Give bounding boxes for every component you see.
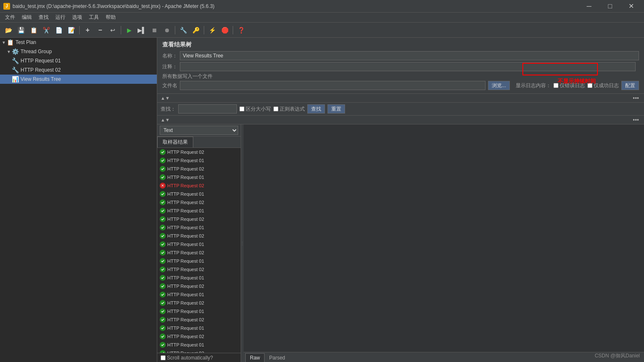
request-item[interactable]: ✕HTTP Request 02 [157,181,241,190]
regex-checkbox[interactable] [273,106,278,111]
toolbar-save[interactable]: 💾 [15,24,27,36]
request-item[interactable]: HTTP Request 02 [157,349,241,353]
request-item[interactable]: HTTP Request 02 [157,232,241,240]
request-item[interactable]: HTTP Request 02 [157,165,241,173]
window-title: baidu_test.jmx (D:\apache-jmeter-5.6.3\w… [13,3,215,9]
collapse-icon[interactable]: ▲▼ [161,96,170,101]
toolbar-run[interactable]: ▶ [123,24,135,36]
highlight-label: 不显示持续时间 [558,78,596,85]
status-ok-icon [160,208,166,214]
case-label: 区分大小写 [246,106,271,113]
main-container: ▼ 📋 Test Plan ▼ ⚙️ Thread Group 🔧 HTTP R… [0,38,644,362]
request-item[interactable]: HTTP Request 01 [157,290,241,299]
menu-file[interactable]: 文件 [2,13,18,22]
maximize-button[interactable]: □ [600,0,620,13]
sidebar-item-testplan[interactable]: ▼ 📋 Test Plan [0,38,157,47]
collapse-icon2[interactable]: ▲▼ [161,117,170,122]
sidebar-threadgroup-label: Thread Group [21,49,52,54]
tab-parsed[interactable]: Parsed [265,353,290,362]
toolbar-start-no-pause[interactable]: ▶▌ [136,24,148,36]
request-item[interactable]: HTTP Request 02 [157,299,241,307]
search-input[interactable] [178,104,237,114]
toolbar-help[interactable]: ❓ [235,24,247,36]
sampler-panel: Raw Parsed [244,124,644,362]
status-ok-icon [160,250,166,256]
request-item[interactable]: HTTP Request 01 [157,341,241,349]
request-item[interactable]: HTTP Request 01 [157,240,241,248]
toolbar-undo[interactable]: ↩ [107,24,119,36]
request-item[interactable]: HTTP Request 01 [157,257,241,265]
request-item[interactable]: HTTP Request 02 [157,148,241,156]
status-ok-icon [160,166,166,172]
request-item[interactable]: HTTP Request 02 [157,198,241,207]
minimize-button[interactable]: ─ [579,0,599,13]
menu-help[interactable]: 帮助 [102,13,119,22]
comment-input[interactable] [180,62,636,71]
request-item-label: HTTP Request 02 [167,334,204,339]
menu-options[interactable]: 选项 [69,13,86,22]
scroll-auto-checkbox[interactable] [161,355,166,360]
toolbar-remote-start[interactable]: ⚡ [206,24,218,36]
sidebar-item-http02[interactable]: 🔧 HTTP Request 02 [0,65,157,75]
request-item-label: HTTP Request 01 [167,342,204,347]
name-input[interactable] [180,51,639,60]
menu-run[interactable]: 运行 [52,13,69,22]
name-row: 名称： [162,51,639,60]
request-item[interactable]: HTTP Request 02 [157,248,241,257]
toolbar-copy[interactable]: 📄 [53,24,65,36]
request-item[interactable]: HTTP Request 01 [157,307,241,315]
sidebar-item-http01[interactable]: 🔧 HTTP Request 01 [0,56,157,65]
search-button[interactable]: 查找 [307,104,325,114]
request-item[interactable]: HTTP Request 01 [157,223,241,232]
menu-find[interactable]: 查找 [35,13,52,22]
filter-dots-menu2[interactable]: ••• [631,116,641,123]
toolbar-paste[interactable]: 📝 [65,24,77,36]
toolbar-new[interactable]: 📂 [3,24,14,36]
filename-label: 文件名 [162,82,177,89]
format-select[interactable]: Text [160,126,238,135]
status-ok-icon [160,292,166,297]
request-item[interactable]: HTTP Request 02 [157,282,241,290]
toolbar-remote-stop[interactable]: 🛑 [219,24,231,36]
panel-title: 查看结果树 [162,41,639,49]
request-item[interactable]: HTTP Request 02 [157,215,241,223]
scroll-auto-text: Scroll automatically? [167,355,213,361]
request-item[interactable]: HTTP Request 01 [157,324,241,332]
request-item[interactable]: HTTP Request 01 [157,207,241,215]
request-item[interactable]: HTTP Request 02 [157,265,241,274]
menu-tools[interactable]: 工具 [86,13,102,22]
config-button[interactable]: 配置 [621,81,639,90]
toolbar-remove[interactable]: − [94,24,106,36]
request-item[interactable]: HTTP Request 02 [157,315,241,324]
result-tabs: Raw Parsed [244,352,644,362]
tab-sampler-results[interactable]: 取样器结果 [157,137,193,147]
request-item[interactable]: HTTP Request 02 [157,332,241,341]
sidebar-item-viewresults[interactable]: 📊 View Results Tree [0,75,157,84]
toolbar-add[interactable]: + [82,24,93,36]
status-ok-icon [160,300,166,306]
tab-raw[interactable]: Raw [245,353,265,362]
toolbar-clear[interactable]: 🔧 [177,24,189,36]
toolbar-shutdown[interactable]: ⏺ [161,24,173,36]
filter-dots-menu1[interactable]: ••• [631,95,641,101]
request-item[interactable]: HTTP Request 01 [157,156,241,165]
toolbar-clear-all[interactable]: 🔑 [190,24,202,36]
request-item[interactable]: HTTP Request 01 [157,173,241,181]
toolbar-sep1 [79,26,80,34]
sidebar-http01-label: HTTP Request 01 [21,58,61,64]
toolbar-cut[interactable]: ✂️ [40,24,52,36]
request-item[interactable]: HTTP Request 01 [157,274,241,282]
toolbar-stop[interactable]: ⏹ [148,24,160,36]
close-button[interactable]: ✕ [621,0,641,13]
case-checkbox[interactable] [239,106,244,111]
menu-edit[interactable]: 编辑 [18,13,35,22]
sidebar-item-threadgroup[interactable]: ▼ ⚙️ Thread Group [0,47,157,56]
request-item[interactable]: HTTP Request 01 [157,190,241,198]
reset-button[interactable]: 重置 [327,104,345,114]
request-list: HTTP Request 02HTTP Request 01HTTP Reque… [157,148,241,353]
filename-input[interactable] [180,81,486,90]
toolbar-saveas[interactable]: 📋 [28,24,39,36]
http01-icon: 🔧 [12,57,19,64]
browse-button[interactable]: 浏览... [488,81,510,90]
expand-testplan-icon: ▼ [2,40,6,45]
